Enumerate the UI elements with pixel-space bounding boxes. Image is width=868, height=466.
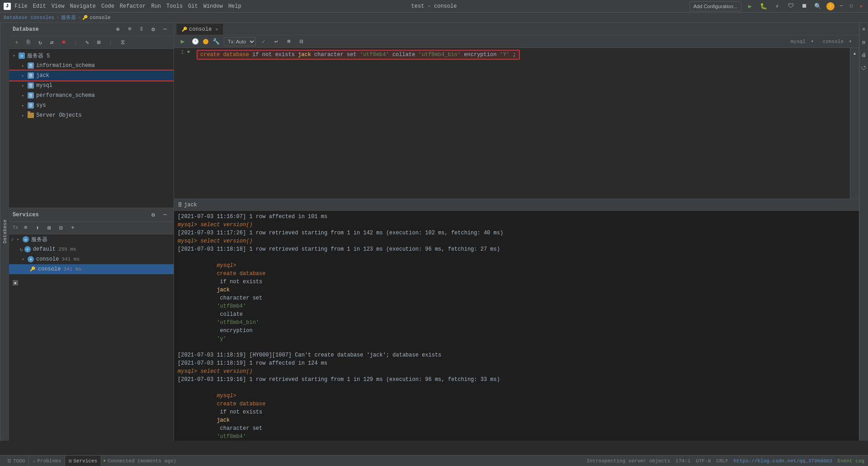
url-label[interactable]: https://blog.csdn.net/qq_37960603 — [734, 458, 832, 464]
rsp-icon-3[interactable]: 🖨 — [859, 50, 868, 60]
window-controls[interactable]: Add Configuration... ▶ 🐛 ⚡ 🛡 ⏹ 🔍 ! ─ □ ✕ — [689, 1, 864, 11]
db-toolbar-edit[interactable]: ✎ — [82, 38, 92, 48]
db-close-icon[interactable]: ─ — [160, 24, 170, 34]
menu-run[interactable]: Run — [151, 3, 161, 10]
tx-auto-select[interactable]: Tx: Auto — [224, 37, 256, 46]
db-jack[interactable]: ▸ 🗄 jack — [9, 71, 174, 81]
db-information-schema[interactable]: ▸ 🗄 information_schema — [9, 61, 174, 71]
db-jack-toggle[interactable]: ▸ — [20, 72, 26, 79]
db-sys[interactable]: ▸ 🗄 sys — [9, 100, 174, 110]
services-console-toggle[interactable]: ▾ — [20, 256, 26, 262]
services-tb4[interactable]: ⊡ — [56, 223, 66, 233]
menu-bar[interactable]: File Edit View Navigate Code Refactor Ru… — [14, 3, 241, 10]
out-7: [2021-07-03 11:18:19] [HY000][1007] Can'… — [178, 351, 855, 359]
code-editor[interactable]: create database if not exists jack chara… — [197, 48, 850, 199]
db-toolbar-sync[interactable]: ⇄ — [47, 38, 57, 48]
event-log-label[interactable]: Event Log — [838, 458, 864, 464]
breadcrumb-server[interactable]: 服务器 — [61, 14, 76, 21]
menu-refactor[interactable]: Refactor — [120, 3, 146, 10]
menu-help[interactable]: Help — [228, 3, 241, 10]
maximize-button[interactable]: □ — [848, 3, 854, 10]
database-side-tab[interactable]: Database — [0, 23, 9, 441]
debug-button[interactable]: 🐛 — [759, 1, 769, 11]
database-title: Database — [13, 26, 39, 33]
bottom-tab-todo[interactable]: ☰ TODO — [4, 456, 29, 466]
db-info-toggle[interactable]: ▸ — [20, 62, 26, 69]
execute-button[interactable]: ▶ — [178, 37, 188, 47]
main-layout: Database Database ⊕ ≡ ⫴ ⚙ ─ + ⎘ ↻ ⇄ ■ — [0, 23, 868, 441]
profile-button[interactable]: ⚡ — [772, 1, 782, 11]
db-toolbar-table[interactable]: ⊞ — [94, 38, 104, 48]
server-toggle[interactable]: ▾ — [11, 52, 17, 59]
db-server-objects[interactable]: ▸ Server Objects — [9, 110, 174, 120]
db-performance-schema[interactable]: ▸ 🗄 performance_schema — [9, 90, 174, 100]
run-arrow[interactable]: ▶ — [188, 49, 197, 54]
db-toolbar-filter[interactable]: ⧖ — [118, 38, 127, 48]
services-default-item[interactable]: ↻ ◎ default 255 ms — [9, 244, 174, 254]
commit-button[interactable]: ✓ — [259, 37, 269, 47]
menu-view[interactable]: View — [52, 3, 65, 10]
services-settings-icon[interactable]: ⚙ — [148, 210, 158, 220]
db-settings-icon[interactable]: ⚙ — [148, 24, 158, 34]
db-sys-toggle[interactable]: ▸ — [20, 102, 26, 109]
db-mysql[interactable]: ▸ 🗄 mysql — [9, 81, 174, 90]
minimize-button[interactable]: ─ — [838, 3, 844, 10]
history-button[interactable]: 🕐 — [190, 37, 200, 47]
menu-window[interactable]: Window — [203, 3, 223, 10]
db-toolbar-copy[interactable]: ⎘ — [24, 38, 33, 48]
add-configuration-button[interactable]: Add Configuration... — [689, 1, 741, 11]
console-tab-close[interactable]: ✕ — [215, 27, 218, 32]
services-tb5[interactable]: + — [68, 223, 78, 233]
services-console-item[interactable]: ▾ ◎ console 341 ms — [9, 254, 174, 264]
services-minimize-icon[interactable]: ─ — [160, 210, 170, 220]
db-toolbar-add[interactable]: + — [12, 38, 22, 48]
out-8: [2021-07-03 11:18:19] 1 row affected in … — [178, 359, 855, 367]
tools-button[interactable]: 🔧 — [211, 37, 221, 47]
server-root-item[interactable]: ▾ ⊡ 服务器 5 — [9, 51, 174, 61]
close-button[interactable]: ✕ — [858, 3, 864, 10]
rollback-button[interactable]: ↩ — [271, 37, 281, 47]
scroll-up-icon[interactable]: ▲ — [850, 49, 859, 59]
breadcrumb-database-consoles[interactable]: Database Consoles — [4, 15, 54, 20]
server-icon: ⊡ — [18, 52, 25, 59]
services-tb3[interactable]: ⊞ — [44, 223, 54, 233]
db-mysql-toggle[interactable]: ▸ — [20, 82, 26, 89]
rsp-icon-4[interactable]: ⭯ — [859, 62, 868, 72]
db-toolbar-stop[interactable]: ■ — [59, 38, 69, 48]
db-list-icon[interactable]: ≡ — [125, 24, 135, 34]
menu-navigate[interactable]: Navigate — [70, 3, 96, 10]
title-bar-left: J File Edit View Navigate Code Refactor … — [4, 3, 241, 10]
db-split-icon[interactable]: ⫴ — [137, 24, 146, 34]
db-perf-toggle[interactable]: ▸ — [20, 92, 26, 99]
search-button[interactable]: 🔍 — [813, 1, 823, 11]
console-output[interactable]: [2021-07-03 11:16:07] 1 row affected in … — [174, 211, 859, 441]
stop-button[interactable]: ⏹ — [799, 1, 809, 11]
services-tb1[interactable]: ≡ — [21, 223, 31, 233]
editor-bottom-tab[interactable]: 🗄 jack — [178, 202, 197, 208]
menu-code[interactable]: Code — [101, 3, 114, 10]
bottom-tab-services[interactable]: ⊡ Services — [65, 456, 101, 466]
db-dropdown-icon[interactable]: ▾ — [807, 37, 817, 47]
rsp-icon-1[interactable]: ≡ — [859, 24, 868, 34]
coverage-button[interactable]: 🛡 — [786, 1, 796, 11]
db-toolbar-refresh[interactable]: ↻ — [35, 38, 45, 48]
services-stop-item[interactable]: ■ — [9, 278, 174, 288]
export-button[interactable]: ⊟ — [297, 37, 307, 47]
db-add-icon[interactable]: ⊕ — [113, 24, 123, 34]
editor-tab-label: jack — [184, 202, 197, 208]
menu-tools[interactable]: Tools — [166, 3, 183, 10]
services-console-child[interactable]: 🔑 console 341 ms — [9, 264, 174, 274]
db-server-toggle[interactable]: ▸ — [20, 112, 26, 119]
stop-exec-button[interactable]: ■ — [284, 37, 294, 47]
console-tab[interactable]: 🔑 console ✕ — [176, 23, 224, 35]
run-button[interactable]: ▶ — [745, 1, 755, 11]
services-tb2[interactable]: ⬆ — [33, 223, 42, 233]
bottom-tab-problems[interactable]: ⚠ Problems — [29, 456, 65, 466]
services-server-toggle[interactable]: ▾ — [15, 236, 21, 243]
console-dropdown-icon[interactable]: ▾ — [845, 37, 855, 47]
menu-edit[interactable]: Edit — [33, 3, 46, 10]
menu-file[interactable]: File — [14, 3, 28, 10]
services-server-item[interactable]: ✓ ▾ ◎ 服务器 — [9, 234, 174, 244]
rsp-icon-2[interactable]: ⊟ — [859, 37, 868, 47]
menu-git[interactable]: Git — [188, 3, 198, 10]
